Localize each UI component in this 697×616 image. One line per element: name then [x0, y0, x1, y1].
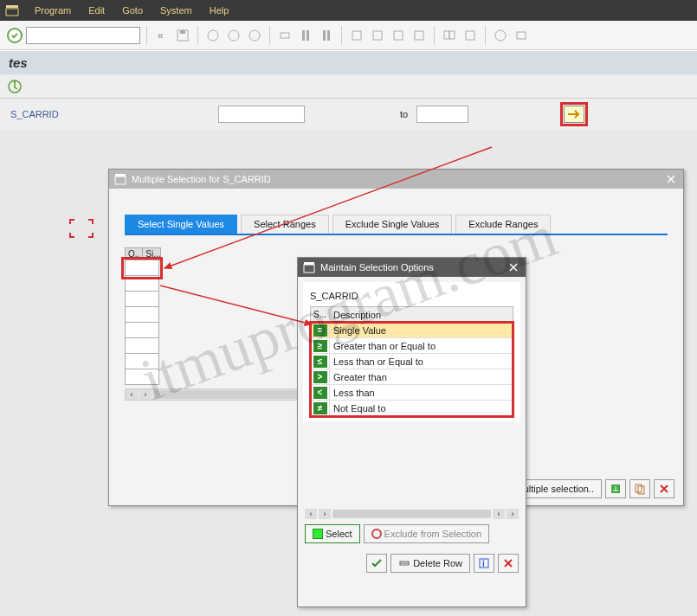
svg-rect-4 — [180, 30, 185, 34]
svg-point-5 — [208, 30, 218, 41]
scroll-left-icon[interactable]: ‹ — [126, 389, 138, 400]
option-ne[interactable]: ≠ Not Equal to — [311, 401, 513, 416]
print-icon[interactable] — [276, 27, 294, 44]
scroll-left-icon[interactable]: ‹ — [493, 509, 505, 519]
enter-button[interactable] — [7, 28, 23, 43]
bracket-annotation-icon — [69, 219, 94, 238]
svg-point-7 — [249, 30, 260, 41]
table-row[interactable] — [125, 354, 159, 369]
last-page-icon[interactable] — [410, 27, 428, 44]
exclude-indicator-icon — [371, 529, 382, 539]
table-row[interactable] — [125, 307, 159, 323]
table-row[interactable] — [125, 292, 159, 307]
cancel-icon[interactable] — [498, 554, 519, 573]
cancel-icon[interactable] — [246, 27, 263, 44]
shortcut-icon[interactable] — [461, 27, 479, 44]
info-icon[interactable]: i — [474, 554, 494, 573]
close-icon[interactable] — [507, 260, 520, 274]
new-session-icon[interactable] — [441, 27, 458, 44]
svg-rect-11 — [323, 30, 326, 41]
svg-point-23 — [14, 80, 16, 82]
back-icon[interactable]: « — [153, 27, 171, 44]
col-description: Description — [330, 310, 513, 320]
lte-icon: ≤ — [313, 356, 327, 368]
table-row[interactable] — [125, 369, 159, 385]
field-label: S_CARRID — [310, 291, 513, 301]
application-toolbar — [0, 74, 697, 99]
svg-rect-21 — [517, 32, 526, 39]
execute-icon[interactable] — [7, 79, 23, 94]
help-f4-icon[interactable] — [605, 479, 626, 498]
dialog-title: Maintain Selection Options — [320, 262, 434, 273]
to-label: to — [400, 109, 408, 119]
help-icon[interactable] — [492, 27, 509, 44]
option-cell-first-row[interactable] — [125, 260, 159, 276]
scroll-right-icon[interactable]: › — [319, 509, 331, 519]
exclude-button[interactable]: Exclude from Selection — [364, 524, 490, 543]
cancel-icon[interactable] — [654, 479, 674, 498]
svg-text:i: i — [482, 559, 485, 568]
col-symbol: S... — [311, 307, 330, 322]
col-option: O.. — [126, 248, 143, 260]
first-page-icon[interactable] — [348, 27, 365, 44]
copy-icon[interactable] — [629, 479, 650, 498]
option-lte[interactable]: ≤ Less than or Equal to — [311, 354, 513, 369]
save-icon[interactable] — [174, 27, 191, 44]
svg-rect-13 — [352, 31, 361, 40]
multiple-selection-button[interactable] — [564, 106, 584, 123]
select-indicator-icon — [313, 529, 323, 539]
dialog-scrollbar[interactable]: ‹ › ‹ › — [298, 505, 526, 523]
scroll-right-icon[interactable]: › — [507, 509, 519, 519]
low-value-input[interactable] — [218, 106, 305, 123]
table-row[interactable] — [125, 323, 159, 338]
menu-edit[interactable]: Edit — [80, 3, 113, 17]
close-icon[interactable] — [664, 172, 678, 186]
layout-icon[interactable] — [513, 27, 530, 44]
option-gte[interactable]: ≥ Greater than or Equal to — [311, 338, 513, 354]
menu-help[interactable]: Help — [201, 3, 238, 17]
exit-icon[interactable] — [225, 27, 242, 44]
gte-icon: ≥ — [313, 340, 327, 352]
option-single-value[interactable]: = Single Value — [311, 323, 513, 338]
tab-exclude-ranges[interactable]: Exclude Ranges — [455, 215, 551, 234]
sap-window-icon — [114, 173, 126, 185]
gt-icon: > — [313, 371, 327, 383]
find-next-icon[interactable] — [318, 27, 335, 44]
dialog-titlebar: Multiple Selection for S_CARRID — [109, 170, 683, 189]
option-gt[interactable]: > Greater than — [311, 369, 513, 385]
svg-rect-8 — [281, 33, 289, 38]
svg-text:«: « — [158, 29, 164, 42]
svg-rect-18 — [449, 31, 455, 39]
page-title: tes — [9, 55, 28, 70]
dialog-title: Multiple Selection for S_CARRID — [132, 174, 271, 184]
accept-icon[interactable] — [366, 554, 387, 573]
select-button[interactable]: Select — [305, 524, 360, 543]
menu-system[interactable]: System — [152, 3, 201, 17]
table-row[interactable] — [125, 338, 159, 354]
tab-exclude-single[interactable]: Exclude Single Values — [332, 215, 453, 234]
prev-page-icon[interactable] — [369, 27, 386, 44]
next-page-icon[interactable] — [390, 27, 407, 44]
scroll-left-icon[interactable]: ‹ — [305, 509, 317, 519]
back-arrow-icon[interactable] — [204, 27, 222, 44]
dialog-titlebar: Maintain Selection Options — [298, 258, 526, 277]
svg-rect-25 — [115, 176, 126, 184]
svg-rect-10 — [307, 30, 309, 41]
tab-single-values[interactable]: Select Single Values — [125, 215, 237, 234]
delete-row-button[interactable]: Delete Row — [390, 554, 470, 573]
scroll-right-icon[interactable]: › — [139, 389, 152, 400]
option-lt[interactable]: < Less than — [311, 385, 513, 401]
command-field[interactable] — [26, 27, 140, 44]
delete-row-icon — [398, 557, 410, 569]
col-single: Si... — [143, 248, 163, 260]
svg-point-6 — [229, 30, 239, 41]
table-row[interactable] — [125, 276, 159, 292]
tab-select-ranges[interactable]: Select Ranges — [241, 215, 329, 234]
find-icon[interactable] — [297, 27, 314, 44]
options-table: S... Description = Single Value ≥ Greate… — [310, 306, 513, 417]
menu-program[interactable]: Program — [26, 3, 80, 17]
svg-rect-1 — [6, 9, 18, 16]
high-value-input[interactable] — [416, 106, 468, 123]
svg-rect-19 — [466, 31, 474, 40]
menu-goto[interactable]: Goto — [113, 3, 152, 17]
